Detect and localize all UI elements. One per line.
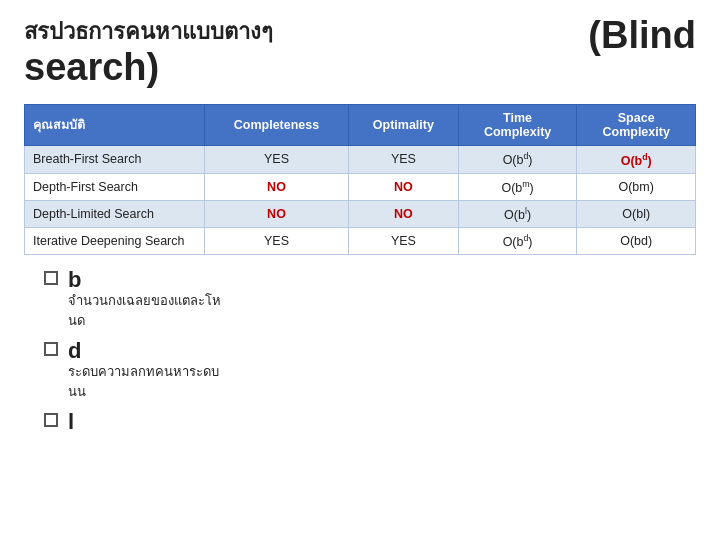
col-header-optimality: Optimality [348,105,458,146]
bullet-letter-b: b [68,269,221,291]
cell-space: O(bl) [577,200,696,227]
bullet-checkbox-l [44,413,58,427]
cell-time: O(bd) [458,146,577,173]
cell-optimality: YES [348,227,458,254]
cell-time: O(bl) [458,200,577,227]
cell-name: Depth-First Search [25,173,205,200]
cell-name: Depth-Limited Search [25,200,205,227]
title-blind: (Blind [588,14,696,57]
cell-completeness: NO [205,173,349,200]
col-header-space: SpaceComplexity [577,105,696,146]
cell-name: Iterative Deepening Search [25,227,205,254]
cell-time: O(bd) [458,227,577,254]
col-header-time: TimeComplexity [458,105,577,146]
cell-optimality: NO [348,173,458,200]
bullet-item-b: b จำนวนกงเฉลยของแตละโหนด [44,269,696,330]
bullet-desc-d: ระดบความลกทคนหาระดบนน [68,364,219,399]
cell-time: O(bm) [458,173,577,200]
bullet-checkbox-b [44,271,58,285]
title-block: สรปวธการคนหาแบบตางๆ search) [24,18,273,88]
table-row: Depth-First SearchNONOO(bm)O(bm) [25,173,696,200]
bullet-item-d: d ระดบความลกทคนหาระดบนน [44,340,696,401]
title-thai: สรปวธการคนหาแบบตางๆ [24,18,273,47]
bullet-letter-d: d [68,340,219,362]
comparison-table: คุณสมบัติ Completeness Optimality TimeCo… [24,104,696,255]
bullet-section: b จำนวนกงเฉลยของแตละโหนด d ระดบความลกทคน… [24,269,696,433]
cell-space: O(bm) [577,173,696,200]
table-body: Breath-First SearchYESYESO(bd)O(bd)Depth… [25,146,696,255]
page: สรปวธการคนหาแบบตางๆ search) (Blind คุณสม… [0,0,720,540]
table-row: Iterative Deepening SearchYESYESO(bd)O(b… [25,227,696,254]
cell-space: O(bd) [577,227,696,254]
table-row: Breath-First SearchYESYESO(bd)O(bd) [25,146,696,173]
bullet-content-d: d ระดบความลกทคนหาระดบนน [68,340,219,401]
col-header-name: คุณสมบัติ [25,105,205,146]
col-header-completeness: Completeness [205,105,349,146]
bullet-letter-l: l [68,411,74,433]
cell-completeness: NO [205,200,349,227]
table-header-row: คุณสมบัติ Completeness Optimality TimeCo… [25,105,696,146]
cell-space: O(bd) [577,146,696,173]
table-row: Depth-Limited SearchNONOO(bl)O(bl) [25,200,696,227]
title-subtitle: search) [24,47,273,89]
bullet-content-b: b จำนวนกงเฉลยของแตละโหนด [68,269,221,330]
cell-completeness: YES [205,227,349,254]
cell-optimality: NO [348,200,458,227]
bullet-desc-b: จำนวนกงเฉลยของแตละโหนด [68,293,221,328]
cell-name: Breath-First Search [25,146,205,173]
title-area: สรปวธการคนหาแบบตางๆ search) (Blind [24,18,696,88]
cell-optimality: YES [348,146,458,173]
bullet-checkbox-d [44,342,58,356]
cell-completeness: YES [205,146,349,173]
bullet-content-l: l [68,411,74,433]
bullet-item-l: l [44,411,696,433]
